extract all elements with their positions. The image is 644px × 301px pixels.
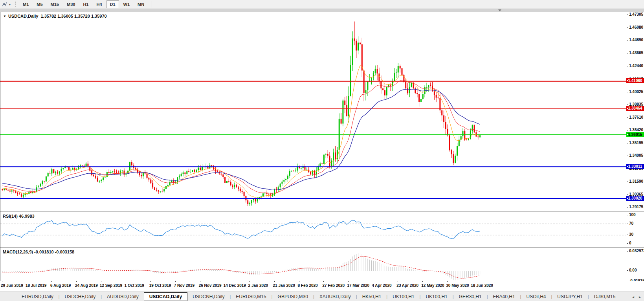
toolbar-grip[interactable] [15,2,16,7]
date-axis-tick [200,281,200,282]
date-axis-label: 8 Feb 2020 [298,283,318,288]
chart-title: ▼USDCAD,Daily 1.35782 1.36005 1.35720 1.… [3,14,107,18]
date-axis-label: 12 May 2020 [421,283,444,288]
chart-scroll-strip[interactable] [0,9,644,12]
date-axis-label: 24 Aug 2019 [75,283,98,288]
date-axis-label: 18 Jun 2020 [471,283,493,288]
cursor-tool-dropdown-icon[interactable]: ▾ [9,3,11,6]
date-axis-tick [76,281,77,282]
date-axis-label: 2 Jan 2020 [248,283,268,288]
date-axis-label: 21 Jan 2020 [273,283,295,288]
date-axis-tick [250,281,250,282]
date-axis-label: 23 Apr 2020 [396,283,418,288]
chart-tab-uk100-h1[interactable]: UK100,H1 [420,292,452,301]
date-axis-tick [101,281,101,282]
candle-bodies-down [2,39,479,204]
macd-pane[interactable]: MACD(12,26,9) -0.001810 -0.003158 [0,248,627,281]
date-axis-label: 30 May 2020 [446,283,469,288]
chart-tab-dj30-m15[interactable]: DJ30,M15 [589,292,621,301]
tab-scroll-left-icon[interactable]: ◂ [632,295,634,299]
date-axis-label: 6 Aug 2019 [50,283,71,288]
cursor-tool-icon[interactable] [1,1,8,7]
date-axis-label: 7 Nov 2019 [174,283,194,288]
toolbar: ▾ M1M5M15M30H1H4D1W1MN [0,0,644,9]
timeframe-button-m1[interactable]: M1 [19,0,32,8]
date-axis[interactable]: 29 Jun 201918 Jul 20196 Aug 201924 Aug 2… [0,281,644,292]
chart-tab-eurusd-daily[interactable]: EURUSD,Daily [17,292,59,301]
date-axis-label: 12 Sep 2019 [100,283,122,288]
timeframe-button-w1[interactable]: W1 [120,0,134,8]
chart-tab-usdjpy-h1[interactable]: USDJPY,H1 [552,292,587,301]
date-axis-label: 17 Mar 2020 [347,283,369,288]
rsi-line [2,220,480,239]
date-axis-tick [348,281,349,282]
chart-tab-usdchf-daily[interactable]: USDCHF,Daily [60,292,101,301]
date-axis-tick [373,281,373,282]
date-axis-label: 4 Apr 2020 [372,283,391,288]
date-axis-label: 1 Oct 2019 [125,283,144,288]
date-axis-tick [126,281,126,282]
rsi-pane[interactable]: RSI(14) 46.9983 [0,212,627,247]
chart-tab-audusd-daily[interactable]: AUDUSD,Daily [102,292,144,301]
chart-tab-usdcad-daily[interactable]: USDCAD,Daily [144,292,187,301]
timeframe-button-m5[interactable]: M5 [33,0,46,8]
chart-tab-fra40-h1[interactable]: FRA40,H1 [488,292,520,301]
chart-tab-ger30-h1[interactable]: GER30,H1 [454,292,487,301]
chart-tabs: EURUSD,Daily|USDCHF,Daily|AUDUSD,DailyUS… [17,292,620,301]
timeframe-button-m30[interactable]: M30 [63,0,79,8]
chart-tab-xauusd-daily[interactable]: XAUUSD,Daily [314,292,356,301]
ma-line-20 [2,80,480,194]
collapse-triangle-icon[interactable]: ▼ [3,15,6,18]
macd-signal-line [2,256,480,278]
timeframe-button-m15[interactable]: M15 [47,0,62,8]
date-axis-label: 14 Dec 2019 [224,283,246,288]
tab-scroll-right-icon[interactable]: ▸ [639,295,641,299]
rsi-label: RSI(14) 46.9983 [3,214,35,218]
timeframe-button-h1[interactable]: H1 [79,0,92,8]
date-axis-label: 29 Jun 2019 [1,283,23,288]
chart-window: ▼USDCAD,Daily 1.35782 1.36005 1.35720 1.… [0,12,644,282]
price-chart-svg [0,12,627,211]
ma-line-9 [2,66,480,198]
date-axis-tick [299,281,299,282]
rsi-chart-svg [0,212,627,247]
chart-tabbar: EURUSD,Daily|USDCHF,Daily|AUDUSD,DailyUS… [0,292,644,301]
timeframe-button-d1[interactable]: D1 [106,0,119,8]
macd-histogram [2,253,480,280]
date-axis-tick [398,281,398,282]
date-axis-tick [51,281,52,282]
date-axis-label: 26 Nov 2019 [199,283,222,288]
chart-tab-hk50-h1[interactable]: HK50,H1 [357,292,387,301]
toolbar-separator [152,1,152,7]
chart-symbol: USDCAD,Daily [8,14,38,18]
date-axis-tick [175,281,176,282]
timeframe-toolbar: M1M5M15M30H1H4D1W1MN [19,0,148,8]
date-axis-tick [225,281,225,282]
macd-label: MACD(12,26,9) -0.001810 -0.003158 [3,250,74,254]
macd-chart-svg [0,248,627,281]
chart-tab-eurusd-m15[interactable]: EURUSD,M15 [231,292,271,301]
price-pane[interactable]: ▼USDCAD,Daily 1.35782 1.36005 1.35720 1.… [0,12,627,211]
mt4-window: ▾ M1M5M15M30H1H4D1W1MN ▼USDCAD,Daily 1.3… [0,0,644,301]
timeframe-button-mn[interactable]: MN [134,0,148,8]
chart-tab-usoil-h4[interactable]: USOil,H4 [521,292,551,301]
date-axis-tick [27,281,27,282]
date-axis-tick [2,281,2,282]
date-axis-label: 18 Jul 2019 [26,283,46,288]
timeframe-button-h4[interactable]: H4 [93,0,105,8]
date-axis-label: 27 Feb 2020 [322,283,345,288]
chart-tab-gbpusd-m30[interactable]: GBPUSD,M30 [273,292,313,301]
date-axis-tick [472,281,472,282]
candle-wicks-up [4,31,480,206]
price-axis-line [627,12,627,281]
date-axis-tick [150,281,151,282]
tab-navigation: ◂ ▸ [632,292,641,301]
chart-ohlc-quote: 1.35782 1.36005 1.35720 1.35970 [40,14,106,18]
date-axis-tick [274,281,275,282]
chart-tab-usdcnh-daily[interactable]: USDCNH,Daily [187,292,229,301]
date-axis-tick [447,281,448,282]
chart-tab-uk100-h1[interactable]: UK100,H1 [387,292,419,301]
date-axis-label: 19 Oct 2019 [149,283,171,288]
date-axis-tick [323,281,324,282]
date-axis-tick [422,281,423,282]
